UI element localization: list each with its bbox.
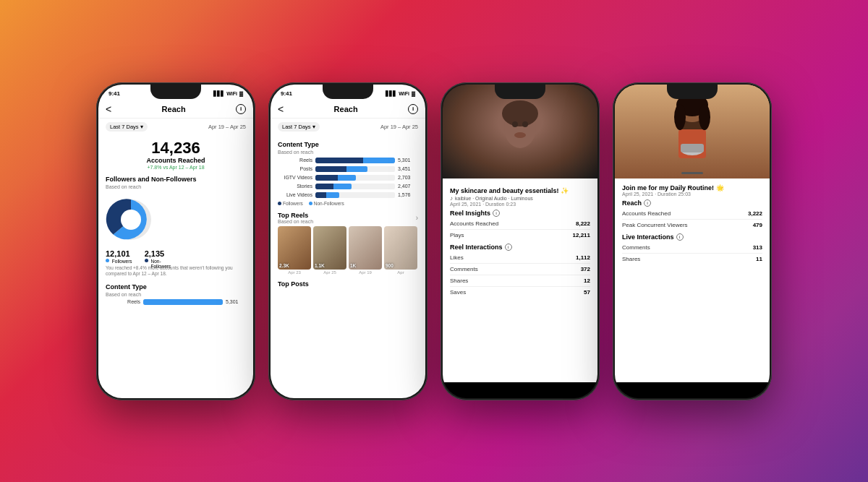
reels-grid: 2.3K Apr 23 1.1K Apr 25 bbox=[278, 226, 418, 275]
shares-stat-label-3: Shares bbox=[450, 277, 468, 284]
likes-stat-value: 1,112 bbox=[576, 254, 590, 261]
legend-dot-followers bbox=[278, 202, 281, 205]
bar-fill-posts bbox=[315, 166, 367, 172]
bar-legend-2: Followers Non-Followers bbox=[278, 201, 418, 206]
phone-2: 9:41 ▋▋▋ WiFi ▓ < Reach i Last 7 Days ▾ … bbox=[268, 82, 427, 400]
phone-4: Join me for my Daily Routine! 🌟 April 25… bbox=[613, 82, 772, 400]
reach-note: You reached +8.4% more accounts that wer… bbox=[106, 265, 246, 277]
bar-track-stories bbox=[315, 184, 395, 189]
chevron-right-icon[interactable]: › bbox=[416, 214, 418, 222]
content-title-3: My skincare and beauty essentials! ✨ bbox=[450, 187, 590, 195]
reel-date-2: Apr 25 bbox=[313, 270, 346, 275]
accounts-reached-number: 14,236 bbox=[106, 139, 246, 157]
accounts-reached-label-4: Accounts Reached bbox=[622, 210, 671, 217]
battery-icon-1: ▓ bbox=[239, 91, 243, 96]
peak-viewers-value: 479 bbox=[753, 222, 762, 228]
notch-4 bbox=[667, 85, 718, 99]
content-type-sub-2: Based on reach bbox=[278, 150, 418, 155]
followers-label: Followers bbox=[106, 258, 130, 263]
reel-1[interactable]: 2.3K Apr 23 bbox=[278, 226, 311, 275]
face-illustration bbox=[484, 95, 556, 168]
signal-icon-1: ▋▋▋ bbox=[213, 91, 224, 97]
time-1: 9:41 bbox=[109, 90, 120, 97]
accounts-reached-stat: Accounts Reached 8,222 bbox=[450, 218, 590, 230]
top-reels-title-block: Top Reels Based on reach bbox=[278, 212, 313, 224]
bar-label-stories: Stories bbox=[278, 184, 312, 189]
comments-stat-label-3: Comments bbox=[450, 266, 478, 272]
bar-fill-live bbox=[315, 192, 339, 198]
nonfollowers-count: 2,135 bbox=[145, 249, 165, 258]
period-dropdown-2[interactable]: Last 7 Days ▾ bbox=[278, 122, 320, 132]
battery-icon-2: ▓ bbox=[412, 91, 415, 96]
comments-stat-3: Comments 372 bbox=[450, 264, 590, 275]
date-range-1: Apr 19 – Apr 25 bbox=[208, 124, 246, 130]
notch-3 bbox=[495, 85, 545, 99]
status-icons-2: ▋▋▋ WiFi ▓ bbox=[386, 91, 415, 97]
reel-count-3: 1K bbox=[350, 263, 356, 268]
accounts-reached-block: 14,236 Accounts Reached +7.8% vs Apr 12 … bbox=[106, 137, 246, 171]
reel-date-4: Apr bbox=[384, 270, 417, 275]
comments-label-4: Comments bbox=[622, 244, 650, 251]
svg-rect-16 bbox=[681, 144, 704, 152]
reel-date-3: Apr 19 bbox=[349, 270, 382, 275]
bar-fill-reels-p1 bbox=[143, 299, 223, 305]
music-note-icon: ♪ bbox=[450, 195, 453, 202]
reach-header-4: Reach i bbox=[622, 199, 762, 207]
plays-stat-value: 12,211 bbox=[573, 232, 590, 238]
followers-block: 12,101 Followers bbox=[106, 249, 130, 263]
reach-info-icon[interactable]: i bbox=[644, 199, 651, 207]
top-posts-label: Top Posts bbox=[278, 280, 418, 288]
svg-point-14 bbox=[699, 104, 710, 130]
reel-thumb-3: 1K bbox=[349, 226, 382, 270]
status-icons-1: ▋▋▋ WiFi ▓ bbox=[213, 91, 243, 97]
legend-nonfollowers: Non-Followers bbox=[309, 201, 344, 206]
bar-value-stories: 2,407 bbox=[398, 184, 418, 189]
saves-stat: Saves 57 bbox=[450, 287, 590, 298]
accounts-reached-stat-label: Accounts Reached bbox=[450, 220, 498, 227]
comments-value-4: 313 bbox=[753, 244, 762, 251]
header-title-2: Reach bbox=[334, 105, 358, 113]
back-button-2[interactable]: < bbox=[278, 103, 284, 115]
reel-2[interactable]: 1.1K Apr 25 bbox=[313, 226, 346, 275]
pie-chart bbox=[106, 194, 156, 245]
info-button-1[interactable]: i bbox=[236, 104, 246, 114]
bar-label-reels: Reels bbox=[278, 158, 312, 163]
reel-thumb-4: 900 bbox=[384, 226, 417, 270]
content-title-4: Join me for my Daily Routine! 🌟 bbox=[622, 184, 762, 192]
period-dropdown-1[interactable]: Last 7 Days ▾ bbox=[106, 122, 148, 132]
top-reels-title: Top Reels bbox=[278, 212, 313, 219]
reel-insights-section: Reel Insights i Accounts Reached 8,222 P… bbox=[450, 210, 590, 241]
bar-value-reels: 5,301 bbox=[398, 158, 418, 163]
bar-value-live: 1,576 bbox=[398, 192, 418, 197]
shares-stat-value-3: 12 bbox=[584, 277, 590, 284]
bar-track-reels bbox=[315, 158, 395, 163]
accounts-reached-4: Accounts Reached 3,222 bbox=[622, 208, 762, 220]
svg-point-3 bbox=[502, 100, 538, 126]
reel-3[interactable]: 1K Apr 19 bbox=[349, 226, 382, 275]
bar-track-live bbox=[315, 192, 395, 198]
likes-stat-label: Likes bbox=[450, 254, 464, 261]
reel-date-1: Apr 23 bbox=[278, 270, 311, 275]
back-button-1[interactable]: < bbox=[106, 103, 111, 115]
live-interactions-header: Live Interactions i bbox=[622, 233, 762, 241]
content-type-sub-1: Based on reach bbox=[106, 292, 246, 297]
live-interactions-info-icon[interactable]: i bbox=[676, 233, 684, 241]
svg-point-6 bbox=[514, 132, 526, 138]
nonfollowers-label: Non-Followers bbox=[145, 258, 165, 263]
reel-interactions-info-icon[interactable]: i bbox=[505, 244, 512, 251]
date-range-2: Apr 19 – Apr 25 bbox=[380, 124, 418, 130]
info-button-2[interactable]: i bbox=[408, 104, 418, 114]
reel-interactions-header: Reel Interactions i bbox=[450, 244, 590, 251]
header-2: < Reach i bbox=[271, 100, 425, 119]
notch-2 bbox=[323, 85, 373, 99]
background: 9:41 ▋▋▋ WiFi ▓ < Reach i Last 7 Days ▾ bbox=[0, 0, 868, 482]
pie-numbers: 12,101 Followers 2,135 Non-Fo bbox=[106, 248, 246, 264]
bar-row-posts: Posts 3,451 bbox=[278, 166, 418, 172]
bar-label-reels-p1: Reels bbox=[106, 299, 140, 304]
reel-insights-info-icon[interactable]: i bbox=[493, 210, 500, 217]
accounts-reached-label: Accounts Reached bbox=[106, 157, 246, 164]
bar-fill-igtv bbox=[315, 175, 356, 181]
bar-fill-reels bbox=[315, 158, 395, 163]
pie-chart-container bbox=[106, 191, 246, 248]
reel-4[interactable]: 900 Apr bbox=[384, 226, 417, 275]
